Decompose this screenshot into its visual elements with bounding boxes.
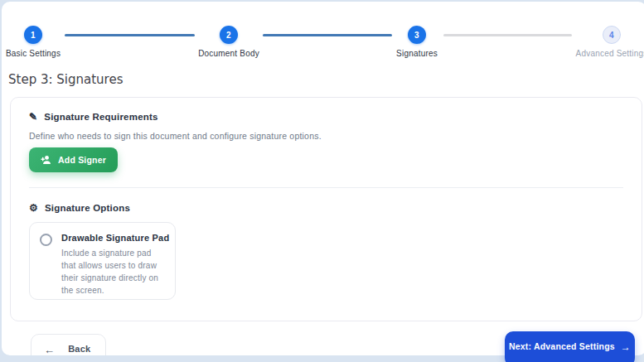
back-button-label: Back <box>68 344 90 354</box>
step-circle-basic-settings[interactable]: 1 <box>24 26 42 44</box>
add-signer-label: Add Signer <box>58 155 106 165</box>
arrow-left-icon: ← <box>44 344 55 355</box>
wizard-screen: 1 Basic Settings 2 Document Body 3 Signa… <box>0 0 644 362</box>
step-label-document-body: Document Body <box>198 49 259 58</box>
signature-options-title: Signature Options <box>45 203 130 213</box>
signature-requirements-title: Signature Requirements <box>44 112 157 122</box>
content-container: 1 Basic Settings 2 Document Body 3 Signa… <box>2 2 644 355</box>
signatures-card: ✎ Signature Requirements Define who need… <box>10 97 642 321</box>
add-signer-button[interactable]: Add Signer <box>29 147 118 172</box>
option-description: Include a signature pad that allows user… <box>61 247 166 297</box>
signature-pen-icon: ✎ <box>29 111 37 123</box>
arrow-right-icon: → <box>621 341 631 353</box>
person-add-icon <box>41 155 52 165</box>
back-button[interactable]: ← Back <box>31 334 106 355</box>
option-title: Drawable Signature Pad <box>61 233 169 243</box>
step-circle-document-body[interactable]: 2 <box>220 26 238 44</box>
step-label-signatures: Signatures <box>396 49 438 58</box>
option-card-drawable-signature-pad[interactable]: Drawable Signature Pad Include a signatu… <box>29 222 176 300</box>
drawable-signature-pad-radio[interactable] <box>40 234 52 246</box>
gear-icon: ⚙ <box>29 202 38 214</box>
signature-requirements-heading: ✎ Signature Requirements <box>29 111 158 123</box>
stepper-connector-1-2 <box>65 34 195 36</box>
step-label-advanced-settings: Advanced Settings <box>576 49 644 58</box>
signature-options-heading: ⚙ Signature Options <box>29 202 130 214</box>
next-advanced-settings-button[interactable]: Next: Advanced Settings → <box>505 331 635 362</box>
next-button-label: Next: Advanced Settings <box>509 341 615 351</box>
page-title: Step 3: Signatures <box>8 72 123 87</box>
stepper-connector-2-3 <box>263 34 392 36</box>
section-divider <box>29 187 623 188</box>
step-label-basic-settings: Basic Settings <box>6 49 61 58</box>
step-circle-signatures[interactable]: 3 <box>408 26 426 44</box>
signature-requirements-description: Define who needs to sign this document a… <box>29 131 322 141</box>
step-circle-advanced-settings[interactable]: 4 <box>603 26 621 44</box>
stepper-connector-3-4 <box>443 34 572 36</box>
